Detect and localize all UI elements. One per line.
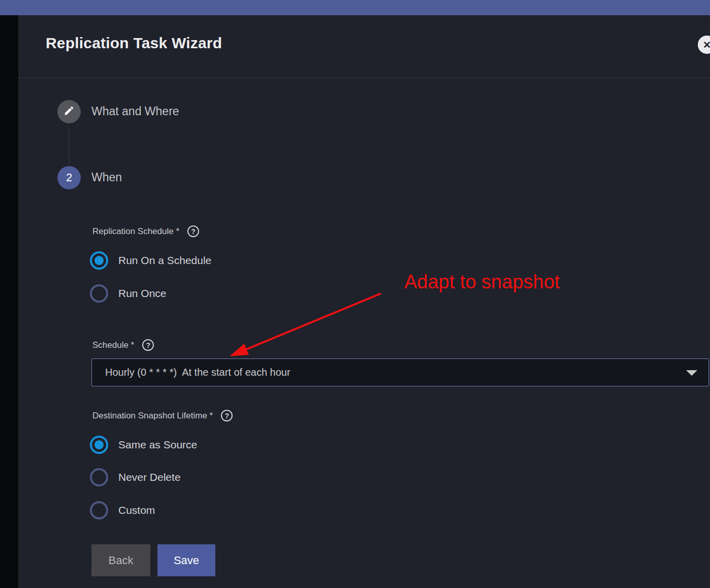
radio-label: Same as Source <box>118 439 197 451</box>
step-label-when: When <box>91 171 122 184</box>
radio-button-icon <box>90 501 108 519</box>
step-number: 2 <box>66 171 72 184</box>
save-button[interactable]: Save <box>157 544 215 576</box>
radio-label: Never Delete <box>118 471 181 483</box>
radio-label: Run Once <box>118 287 167 300</box>
schedule-select-value: Hourly (0 * * * *) At the start of each … <box>105 367 291 378</box>
close-icon: ✕ <box>703 39 710 51</box>
step-label-what-and-where: What and Where <box>91 105 179 118</box>
radio-label: Run On a Schedule <box>118 254 211 267</box>
close-button[interactable]: ✕ <box>698 36 710 54</box>
step-indicator-what-and-where[interactable] <box>57 100 81 123</box>
help-icon[interactable]: ? <box>221 410 233 421</box>
step-indicator-when[interactable]: 2 <box>57 166 81 189</box>
help-icon[interactable]: ? <box>187 225 199 237</box>
replication-schedule-label: Replication Schedule * <box>92 226 179 237</box>
radio-never-delete[interactable]: Never Delete <box>90 468 181 486</box>
page-title: Replication Task Wizard <box>46 35 222 52</box>
chevron-down-icon <box>686 370 697 376</box>
step-connector <box>69 126 69 165</box>
radio-button-icon <box>90 284 108 303</box>
annotation-text: Adapt to snapshot <box>404 271 560 293</box>
radio-button-selected-icon <box>90 251 108 270</box>
header-divider <box>18 77 710 78</box>
radio-button-selected-icon <box>90 436 108 454</box>
radio-button-icon <box>90 468 108 486</box>
back-button[interactable]: Back <box>91 544 150 576</box>
radio-same-as-source[interactable]: Same as Source <box>90 436 197 454</box>
destination-snapshot-lifetime-label: Destination Snapshot Lifetime * <box>92 411 213 421</box>
replication-task-wizard-dialog: Replication Task Wizard ✕ What and Where… <box>18 15 710 588</box>
top-bar <box>0 0 710 15</box>
radio-custom[interactable]: Custom <box>90 501 155 519</box>
schedule-label: Schedule * <box>92 340 134 350</box>
radio-run-on-a-schedule[interactable]: Run On a Schedule <box>90 251 211 270</box>
help-icon[interactable]: ? <box>142 339 154 351</box>
radio-run-once[interactable]: Run Once <box>90 284 167 303</box>
radio-label: Custom <box>118 504 155 516</box>
schedule-select[interactable]: Hourly (0 * * * *) At the start of each … <box>91 358 709 386</box>
pencil-icon <box>63 105 75 118</box>
annotation-arrow <box>221 279 394 366</box>
